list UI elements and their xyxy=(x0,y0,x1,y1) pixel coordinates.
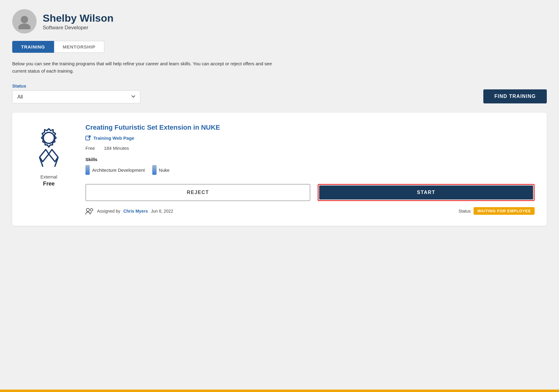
assigned-name[interactable]: Chris Myers xyxy=(123,209,148,214)
card-footer: Assigned by Chris Myers Jun 6, 2022 Stat… xyxy=(85,207,535,215)
skill-icon-nuke xyxy=(152,165,157,175)
skill-name-arch: Architecture Development xyxy=(92,167,145,173)
reject-button[interactable]: REJECT xyxy=(85,184,310,201)
training-card: External Free Creating Futuristic Set Ex… xyxy=(12,113,547,226)
find-training-button[interactable]: FIND TRAINING xyxy=(483,89,547,103)
status-badge: WAITING FOR EMPLOYEE xyxy=(474,207,535,215)
tabs-bar: TRAINING MENTORSHIP xyxy=(12,41,547,53)
filter-row: Status All Waiting for Employee In Progr… xyxy=(12,83,547,103)
card-left: External Free xyxy=(24,124,73,215)
course-cost: Free xyxy=(85,146,95,151)
status-filter-group: Status All Waiting for Employee In Progr… xyxy=(12,83,140,103)
card-right: Creating Futuristic Set Extension in NUK… xyxy=(85,124,535,215)
tab-training[interactable]: TRAINING xyxy=(12,41,54,53)
svg-point-7 xyxy=(90,209,93,211)
profile-header: Shelby Wilson Software Developer xyxy=(12,9,547,34)
skill-name-nuke: Nuke xyxy=(159,167,170,173)
card-inner: External Free Creating Futuristic Set Ex… xyxy=(24,124,535,215)
user-role: Software Developer xyxy=(43,25,114,31)
award-icon xyxy=(29,124,69,171)
card-cost-label: Free xyxy=(43,181,55,187)
start-button[interactable]: START xyxy=(319,185,533,200)
status-label: Status xyxy=(459,209,471,214)
assigned-date: Jun 6, 2022 xyxy=(151,209,173,214)
card-type-label: External xyxy=(40,174,57,179)
assigned-prefix: Assigned by xyxy=(97,209,120,214)
status-row: Status WAITING FOR EMPLOYEE xyxy=(459,207,535,215)
training-link-label: Training Web Page xyxy=(93,135,134,141)
assigned-icon xyxy=(85,207,94,215)
skill-icon-arch xyxy=(85,165,90,175)
course-meta: Free 184 Minutes xyxy=(85,146,535,151)
description-text: Below you can see the training programs … xyxy=(12,60,287,75)
avatar xyxy=(12,9,37,34)
course-title: Creating Futuristic Set Extension in NUK… xyxy=(85,124,535,131)
user-name: Shelby Wilson xyxy=(43,12,114,24)
tab-mentorship[interactable]: MENTORSHIP xyxy=(54,41,104,53)
assigned-by-info: Assigned by Chris Myers Jun 6, 2022 xyxy=(85,207,173,215)
action-buttons-row: REJECT START xyxy=(85,184,535,201)
start-btn-wrapper: START xyxy=(318,184,535,201)
course-duration: 184 Minutes xyxy=(104,146,129,151)
svg-point-2 xyxy=(43,132,54,143)
training-web-page-link[interactable]: Training Web Page xyxy=(85,135,535,141)
user-info: Shelby Wilson Software Developer xyxy=(43,12,114,31)
svg-point-0 xyxy=(21,16,28,23)
bottom-bar xyxy=(0,390,559,392)
svg-point-6 xyxy=(86,208,89,211)
skill-item: Architecture Development xyxy=(85,165,145,175)
status-select-wrapper: All Waiting for Employee In Progress Com… xyxy=(12,90,140,103)
skill-item-nuke: Nuke xyxy=(152,165,170,175)
status-select[interactable]: All Waiting for Employee In Progress Com… xyxy=(12,90,140,103)
svg-point-1 xyxy=(18,23,31,29)
filter-label: Status xyxy=(12,83,140,88)
skills-list: Architecture Development Nuke xyxy=(85,165,535,175)
skills-label: Skills xyxy=(85,157,535,162)
